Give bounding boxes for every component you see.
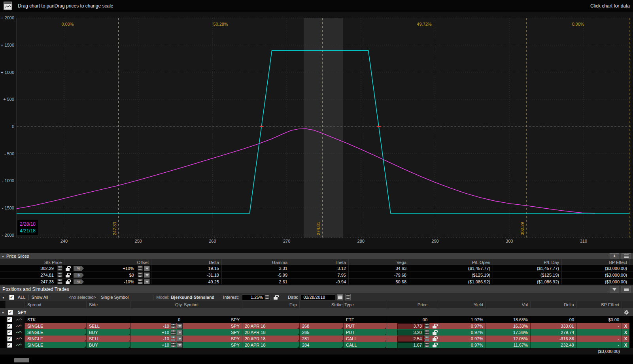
row-checkbox[interactable]: ✓ bbox=[7, 330, 12, 335]
remove-row-button[interactable]: X bbox=[624, 343, 627, 347]
select-all-checkbox[interactable]: ✓ bbox=[9, 295, 14, 300]
side-cell[interactable]: BUY bbox=[86, 329, 130, 336]
price-stepper[interactable] bbox=[424, 330, 429, 335]
qty-cell[interactable]: 0 bbox=[131, 317, 183, 322]
lock-icon[interactable] bbox=[433, 345, 436, 347]
lock-icon[interactable] bbox=[66, 281, 70, 284]
qty-dropdown[interactable] bbox=[177, 330, 183, 335]
exp-cell[interactable]: 20 APR 18 bbox=[242, 323, 299, 329]
offset-dropdown[interactable] bbox=[144, 272, 150, 278]
row-checkbox[interactable]: ✓ bbox=[7, 317, 12, 322]
calendar-button[interactable] bbox=[337, 294, 343, 300]
position-row-stock[interactable]: ✓ STK 0 SPY ETF .00 1.97% 18.63% .00 $0.… bbox=[0, 316, 633, 323]
qty-stepper[interactable] bbox=[171, 323, 176, 329]
price-cell[interactable]: .00 bbox=[387, 317, 430, 322]
strike-cell[interactable]: 284 bbox=[299, 342, 343, 348]
remove-row-button[interactable]: X bbox=[624, 330, 627, 335]
price-cell[interactable]: 2.54 bbox=[397, 336, 424, 342]
stk-price-stepper[interactable] bbox=[57, 272, 62, 278]
qty-dropdown[interactable] bbox=[177, 323, 183, 329]
offset-dropdown[interactable] bbox=[144, 279, 150, 285]
stk-price-value[interactable]: 274.81 bbox=[0, 272, 56, 278]
remove-row-button[interactable]: X bbox=[624, 336, 627, 341]
price-cell[interactable]: 1.67 bbox=[397, 342, 424, 348]
price-stepper[interactable] bbox=[424, 323, 429, 329]
group-checkbox[interactable]: ✓ bbox=[8, 310, 13, 315]
strike-cell[interactable]: 268 bbox=[299, 323, 343, 329]
qty-cell[interactable]: +10 bbox=[131, 343, 170, 347]
position-row-sell-put[interactable]: ✓ SINGLE SELL -10 SPY 20 APR 18 268 PUT … bbox=[0, 323, 633, 329]
single-symbol-dropdown[interactable]: Single Symbol bbox=[101, 295, 128, 300]
collapse-chevron-icon[interactable]: ▾ bbox=[2, 254, 4, 258]
spread-cell[interactable]: STK bbox=[25, 316, 86, 323]
spread-cell[interactable]: SINGLE bbox=[25, 323, 86, 329]
row-checkbox[interactable]: ✓ bbox=[7, 343, 12, 348]
interest-input[interactable]: 1.25% bbox=[242, 294, 270, 300]
filter-button[interactable] bbox=[610, 286, 619, 292]
price-slices-menu-button[interactable] bbox=[622, 253, 631, 259]
offset-stepper[interactable] bbox=[138, 266, 143, 271]
qty-stepper[interactable] bbox=[171, 330, 176, 335]
side-cell[interactable]: SELL bbox=[86, 323, 130, 329]
price-cell[interactable]: 3.20 bbox=[397, 330, 424, 336]
qty-dropdown[interactable] bbox=[177, 336, 183, 341]
position-row-buy-call[interactable]: ✓ SINGLE BUY +10 SPY 20 APR 18 284 CALL … bbox=[0, 342, 633, 348]
show-all-dropdown[interactable]: Show All bbox=[32, 295, 48, 300]
lock-icon[interactable] bbox=[433, 338, 436, 341]
qty-cell[interactable]: -10 bbox=[131, 324, 170, 328]
stk-price-value[interactable]: 302.29 bbox=[0, 265, 56, 272]
lock-icon[interactable] bbox=[433, 332, 436, 335]
side-cell[interactable]: BUY bbox=[86, 342, 130, 348]
side-cell[interactable] bbox=[86, 316, 130, 323]
collapse-chevron-icon[interactable]: ▾ bbox=[2, 295, 4, 300]
exp-cell[interactable]: 20 APR 18 bbox=[242, 336, 299, 342]
type-cell[interactable]: CALL bbox=[343, 336, 387, 342]
spread-cell[interactable]: SINGLE bbox=[25, 336, 86, 342]
stk-price-stepper[interactable] bbox=[57, 279, 62, 285]
qty-stepper[interactable] bbox=[171, 342, 176, 348]
lock-icon[interactable] bbox=[433, 326, 436, 328]
row-checkbox[interactable]: ✓ bbox=[7, 324, 12, 329]
qty-cell[interactable]: +10 bbox=[131, 330, 170, 335]
row-checkbox[interactable]: ✓ bbox=[7, 336, 12, 341]
offset-unit-badge[interactable]: $ bbox=[74, 273, 84, 278]
type-cell[interactable]: CALL bbox=[343, 342, 387, 348]
offset-unit-badge[interactable]: % bbox=[74, 266, 84, 271]
exp-cell[interactable]: 20 APR 18 bbox=[242, 329, 299, 336]
offset-unit-badge[interactable]: % bbox=[74, 279, 84, 285]
date-input[interactable]: 02/28/2018 bbox=[300, 294, 335, 300]
offset-stepper[interactable] bbox=[138, 272, 143, 278]
offset-stepper[interactable] bbox=[138, 279, 143, 285]
lock-icon[interactable] bbox=[66, 268, 70, 271]
stk-price-stepper[interactable] bbox=[57, 266, 62, 271]
type-cell[interactable]: PUT bbox=[343, 323, 387, 329]
interest-stepper[interactable] bbox=[265, 294, 270, 300]
qty-stepper[interactable] bbox=[171, 336, 176, 341]
lock-icon[interactable] bbox=[66, 275, 70, 277]
strike-cell[interactable] bbox=[299, 316, 343, 323]
type-cell[interactable]: ETF bbox=[343, 316, 387, 323]
exp-cell[interactable]: 20 APR 18 bbox=[242, 342, 299, 348]
spread-cell[interactable]: SINGLE bbox=[25, 329, 86, 336]
selected-filter-dropdown[interactable]: <no selected> bbox=[69, 295, 96, 300]
exp-cell[interactable] bbox=[242, 316, 299, 323]
group-collapse-chevron-icon[interactable]: ▾ bbox=[2, 310, 4, 315]
horizontal-scrollbar[interactable] bbox=[14, 358, 29, 362]
position-row-buy-put[interactable]: ✓ SINGLE BUY +10 SPY 20 APR 18 265 PUT 3… bbox=[0, 329, 633, 336]
chart-thumbnail-icon[interactable] bbox=[4, 2, 12, 10]
offset-dropdown[interactable] bbox=[144, 266, 150, 271]
symbol-group-row[interactable]: ▾ ✓ SPY bbox=[0, 308, 633, 316]
pl-chart-area[interactable]: 240250260270280290300310+ 2000+ 1500+ 10… bbox=[0, 12, 633, 249]
type-cell[interactable]: PUT bbox=[343, 329, 387, 336]
offset-value[interactable]: +10% bbox=[85, 265, 136, 272]
positions-menu-button[interactable] bbox=[622, 286, 631, 292]
lock-icon[interactable] bbox=[274, 297, 278, 300]
date-stepper[interactable] bbox=[345, 294, 351, 300]
model-value-dropdown[interactable]: Bjerksund-Stensland bbox=[171, 295, 214, 300]
group-settings-button[interactable] bbox=[624, 309, 629, 315]
offset-value[interactable]: $0 bbox=[85, 272, 136, 278]
strike-cell[interactable]: 281 bbox=[299, 336, 343, 342]
price-stepper[interactable] bbox=[424, 336, 429, 341]
price-cell[interactable]: 3.73 bbox=[397, 323, 424, 329]
position-row-sell-call[interactable]: ✓ SINGLE SELL -10 SPY 20 APR 18 281 CALL… bbox=[0, 336, 633, 342]
